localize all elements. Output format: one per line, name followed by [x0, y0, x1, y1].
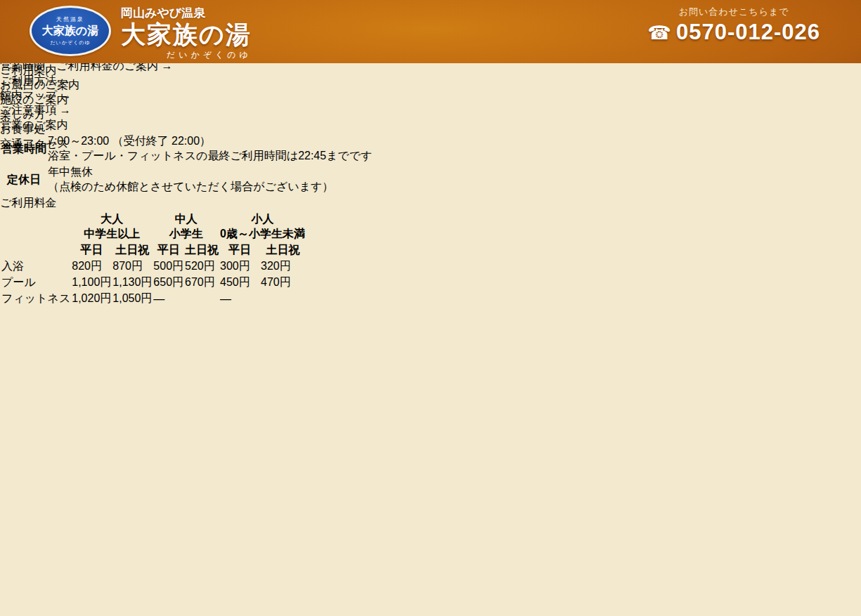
price-cell: 300円 [220, 259, 259, 274]
phone-number[interactable]: ☎0570-012-026 [647, 20, 820, 45]
group-name: 大人 [72, 212, 152, 227]
price-cell: 320円 [261, 259, 305, 274]
price-cell: 670円 [185, 275, 219, 290]
price-cell-dash: — [220, 291, 305, 306]
phone-digits: 0570-012-026 [676, 20, 820, 44]
price-corner-cell [1, 212, 70, 258]
day-header: 土日祝 [185, 243, 219, 258]
price-cell: 650円 [153, 275, 183, 290]
price-block: 大人 中学生以上 中人 小学生 小人 0歳～小学生未満 平日 土日祝 平日 土日… [0, 211, 861, 309]
logo-tagline: 天然温泉 [56, 15, 84, 23]
group-name: 中人 [153, 212, 219, 227]
site-logo[interactable]: 天然温泉 大家族の湯 だいかぞくのゆ [30, 6, 111, 56]
price-cell: 820円 [72, 259, 111, 274]
price-group-infant: 小人 0歳～小学生未満 [220, 212, 305, 242]
site-header: 天然温泉 大家族の湯 だいかぞくのゆ 岡山みやび温泉 大家族の湯 だいかぞくのゆ… [0, 0, 861, 63]
price-cell: 1,130円 [112, 275, 152, 290]
price-cell: 470円 [261, 275, 305, 290]
nav-tab-facilities[interactable]: 施設のご案内 [0, 93, 861, 107]
price-row-label: フィットネス [1, 291, 70, 306]
group-note: 小学生 [153, 227, 219, 242]
nav-tab-guide[interactable]: ご利用案内 [0, 63, 861, 78]
price-cell: 870円 [112, 259, 152, 274]
table-row: プール 1,100円 1,130円 650円 670円 450円 470円 [1, 275, 305, 290]
price-group-child: 中人 小学生 [153, 212, 219, 242]
table-row: 定休日 年中無休 （点検のため休館とさせていただく場合がございます） [1, 165, 373, 195]
day-header: 平日 [220, 243, 259, 258]
price-cell: 1,050円 [112, 291, 152, 306]
holiday-line: （点検のため休館とさせていただく場合がございます） [48, 180, 373, 195]
holiday-row-value: 年中無休 （点検のため休館とさせていただく場合がございます） [48, 165, 373, 195]
price-cell-dash: — [153, 291, 219, 306]
table-row: フィットネス 1,020円 1,050円 — — [1, 291, 305, 306]
price-group-adult: 大人 中学生以上 [72, 212, 152, 242]
nav-tab-access[interactable]: 交通アクセス [0, 137, 861, 152]
nav-tab-baths[interactable]: お風呂のご案内 [0, 78, 861, 93]
holiday-line: 年中無休 [48, 165, 373, 180]
site-title-kana: だいかぞくのゆ [121, 49, 252, 61]
contact-block: お問い合わせこちらまで ☎0570-012-026 [647, 6, 820, 45]
nav-tab-enjoy[interactable]: 楽しみ方 [0, 107, 861, 122]
heading-text: ご利用料金 [0, 196, 861, 211]
price-row-label: プール [1, 275, 70, 290]
price-cell: 1,100円 [72, 275, 111, 290]
day-header: 土日祝 [112, 243, 152, 258]
day-header: 平日 [72, 243, 111, 258]
price-row-label: 入浴 [1, 259, 70, 274]
day-header: 平日 [153, 243, 183, 258]
holiday-row-label: 定休日 [1, 165, 46, 195]
price-table: 大人 中学生以上 中人 小学生 小人 0歳～小学生未満 平日 土日祝 平日 土日… [0, 211, 306, 309]
section-heading-fees: ご利用料金 [0, 196, 861, 211]
group-name: 小人 [220, 212, 305, 227]
price-table-frame: 大人 中学生以上 中人 小学生 小人 0歳～小学生未満 平日 土日祝 平日 土日… [0, 211, 861, 309]
site-title: 大家族の湯 [121, 21, 252, 48]
logo-kana: だいかぞくのゆ [50, 39, 90, 46]
site-title-prefix: 岡山みやび温泉 [121, 5, 252, 21]
table-row: 大人 中学生以上 中人 小学生 小人 0歳～小学生未満 [1, 212, 305, 242]
site-title-block[interactable]: 岡山みやび温泉 大家族の湯 だいかぞくのゆ [121, 5, 252, 61]
price-cell: 1,020円 [72, 291, 111, 306]
group-note: 0歳～小学生未満 [220, 227, 305, 242]
price-cell: 450円 [220, 275, 259, 290]
price-cell: 520円 [185, 259, 219, 274]
phone-icon: ☎ [647, 22, 672, 44]
table-row: 入浴 820円 870円 500円 520円 300円 320円 [1, 259, 305, 274]
nav-tab-dining[interactable]: お食事処 [0, 122, 861, 137]
main-nav: ご利用案内 お風呂のご案内 施設のご案内 楽しみ方 お食事処 交通アクセス [0, 63, 861, 105]
contact-label: お問い合わせこちらまで [647, 6, 820, 18]
logo-title: 大家族の湯 [42, 24, 98, 39]
group-note: 中学生以上 [72, 227, 152, 242]
day-header: 土日祝 [261, 243, 305, 258]
price-cell: 500円 [153, 259, 183, 274]
